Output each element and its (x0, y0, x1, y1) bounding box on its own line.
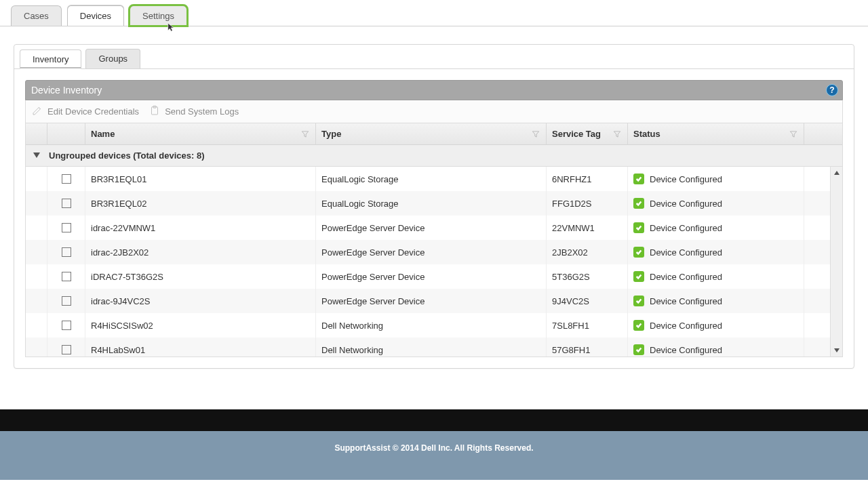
status-ok-icon (633, 222, 644, 233)
cell-type: EqualLogic Storage (321, 199, 398, 209)
table-row[interactable]: R4HLabSw01 Dell Networking 57G8FH1 Devic… (26, 338, 842, 357)
col-status-label: Status (633, 129, 660, 139)
send-logs-button[interactable]: Send System Logs (149, 104, 239, 119)
tab-devices[interactable]: Devices (67, 5, 124, 26)
tab-settings[interactable]: Settings (130, 5, 187, 26)
cell-status: Device Configured (650, 247, 722, 258)
table-row[interactable]: BR3R1EQL02 EqualLogic Storage FFG1D2S De… (26, 191, 842, 216)
edit-credentials-button[interactable]: Edit Device Credentials (31, 104, 139, 119)
row-checkbox[interactable] (62, 345, 71, 354)
status-ok-icon (633, 247, 644, 258)
cell-service: 5T36G2S (552, 272, 590, 282)
status-ok-icon (633, 296, 644, 306)
toolbar: Edit Device Credentials Send System Logs (25, 100, 843, 123)
col-name[interactable]: Name (85, 123, 316, 144)
filter-icon[interactable] (789, 129, 798, 139)
col-name-label: Name (91, 129, 115, 139)
col-type[interactable]: Type (316, 123, 547, 144)
filter-icon[interactable] (612, 129, 622, 139)
row-checkbox[interactable] (62, 321, 71, 330)
row-checkbox[interactable] (62, 247, 71, 257)
cell-service: 22VMNW1 (552, 223, 595, 233)
group-row[interactable]: Ungrouped devices (Total devices: 8) (26, 145, 842, 167)
help-icon[interactable]: ? (826, 84, 838, 96)
panel-title: Device Inventory (31, 85, 102, 96)
col-type-label: Type (321, 129, 341, 139)
filter-icon[interactable] (300, 129, 310, 139)
clipboard-icon (149, 104, 161, 119)
table-row[interactable]: idrac-2JB2X02 PowerEdge Server Device 2J… (26, 240, 842, 264)
cell-name: R4HLabSw01 (91, 345, 145, 355)
table-row[interactable]: BR3R1EQL01 EqualLogic Storage 6NRFHZ1 De… (26, 167, 842, 191)
send-logs-label: Send System Logs (165, 106, 239, 117)
cell-name: BR3R1EQL02 (91, 199, 146, 209)
scroll-up-icon[interactable] (831, 167, 843, 179)
svg-marker-2 (33, 152, 40, 158)
cell-type: PowerEdge Server Device (321, 296, 425, 306)
panel-header: Device Inventory ? (25, 80, 843, 100)
row-checkbox[interactable] (62, 174, 71, 184)
table-row[interactable]: idrac-22VMNW1 PowerEdge Server Device 22… (26, 216, 842, 240)
scroll-down-icon[interactable] (831, 344, 843, 357)
edit-icon (31, 104, 43, 119)
cell-type: Dell Networking (321, 345, 383, 355)
cell-service: 2JB2X02 (552, 247, 588, 258)
cell-status: Device Configured (650, 223, 722, 233)
edit-credentials-label: Edit Device Credentials (47, 106, 139, 117)
row-checkbox[interactable] (62, 272, 71, 281)
top-nav: Cases Devices Settings (0, 0, 868, 26)
subtab-groups[interactable]: Groups (85, 49, 140, 68)
status-ok-icon (633, 271, 644, 282)
cell-service: 9J4VC2S (552, 296, 589, 306)
col-service[interactable]: Service Tag (547, 123, 628, 144)
subtab-inventory-label: Inventory (33, 54, 68, 64)
status-ok-icon (633, 344, 644, 355)
status-ok-icon (633, 174, 644, 184)
status-ok-icon (633, 198, 644, 209)
cursor-icon (166, 22, 177, 35)
collapse-icon[interactable] (26, 152, 47, 159)
table-row[interactable]: R4HiSCSISw02 Dell Networking 7SL8FH1 Dev… (26, 313, 842, 338)
cell-name: idrac-9J4VC2S (91, 296, 150, 306)
footer: SupportAssist © 2014 Dell Inc. All Right… (0, 431, 868, 480)
col-status[interactable]: Status (628, 123, 804, 144)
tab-devices-label: Devices (80, 11, 111, 21)
svg-marker-3 (834, 171, 840, 175)
row-checkbox[interactable] (62, 296, 71, 306)
table-row[interactable]: iDRAC7-5T36G2S PowerEdge Server Device 5… (26, 264, 842, 289)
tab-settings-label: Settings (142, 11, 174, 21)
device-grid: Name Type Service Tag Status (25, 123, 843, 357)
cell-type: PowerEdge Server Device (321, 272, 425, 282)
cell-type: PowerEdge Server Device (321, 247, 425, 258)
cell-service: 57G8FH1 (552, 345, 590, 355)
cell-service: 7SL8FH1 (552, 321, 589, 331)
tab-cases-label: Cases (24, 11, 49, 21)
cell-status: Device Configured (650, 296, 722, 306)
cell-name: idrac-22VMNW1 (91, 223, 155, 233)
cell-status: Device Configured (650, 174, 722, 184)
grid-header: Name Type Service Tag Status (26, 123, 842, 145)
devices-card: Inventory Groups Device Inventory ? Edit… (14, 44, 854, 369)
cell-status: Device Configured (650, 199, 722, 209)
footer-bar (0, 409, 868, 431)
cell-status: Device Configured (650, 345, 722, 355)
table-row[interactable]: idrac-9J4VC2S PowerEdge Server Device 9J… (26, 289, 842, 313)
subtab-inventory[interactable]: Inventory (20, 49, 81, 69)
vertical-scrollbar[interactable] (830, 167, 842, 357)
cell-service: 6NRFHZ1 (552, 174, 592, 184)
cell-type: EqualLogic Storage (321, 174, 398, 184)
filter-icon[interactable] (531, 129, 540, 139)
cell-name: BR3R1EQL01 (91, 174, 146, 184)
cell-type: Dell Networking (321, 321, 383, 331)
row-checkbox[interactable] (62, 199, 71, 208)
tab-cases[interactable]: Cases (11, 5, 62, 26)
status-ok-icon (633, 320, 644, 331)
svg-marker-4 (834, 348, 840, 352)
row-checkbox[interactable] (62, 223, 71, 232)
cell-service: FFG1D2S (552, 199, 592, 209)
cell-name: R4HiSCSISw02 (91, 321, 153, 331)
subtab-groups-label: Groups (98, 54, 127, 64)
cell-name: iDRAC7-5T36G2S (91, 272, 163, 282)
col-service-label: Service Tag (552, 129, 601, 139)
cell-type: PowerEdge Server Device (321, 223, 425, 233)
